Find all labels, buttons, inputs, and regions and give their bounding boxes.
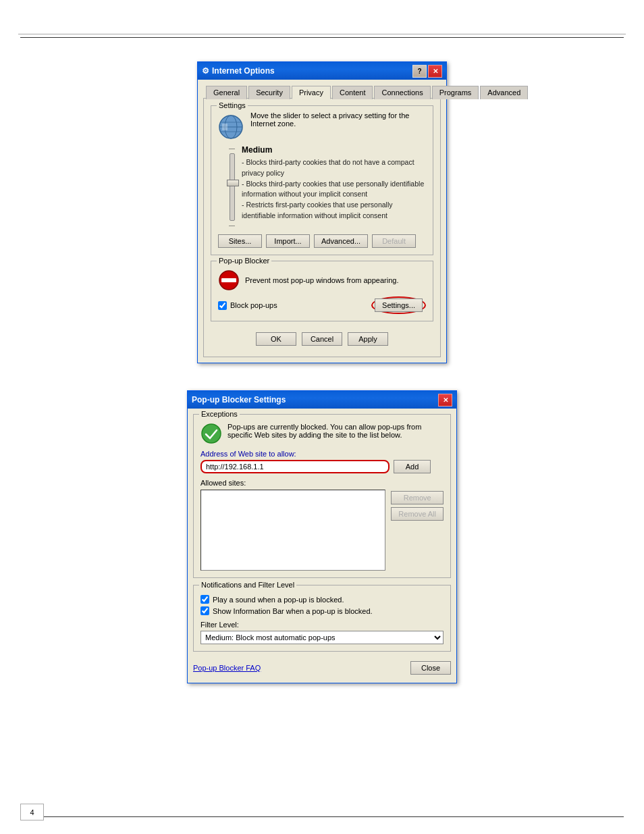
internet-options-body: General Security Privacy Content Connect… [198, 80, 446, 363]
popup-dialog-body: Exceptions Pop-ups are currently blocked… [188, 409, 456, 683]
svg-rect-7 [221, 278, 236, 282]
popup-titlebar-controls: ✕ [438, 394, 452, 407]
add-button[interactable]: Add [394, 460, 431, 473]
play-sound-row: Play a sound when a pop-up is blocked. [200, 595, 444, 604]
tab-advanced[interactable]: Advanced [480, 86, 528, 99]
tab-privacy[interactable]: Privacy [292, 86, 331, 99]
privacy-slider-thumb[interactable] [227, 180, 239, 186]
popup-blocker-group: Pop-up Blocker Prevent most pop-up windo… [211, 261, 433, 321]
sites-action-buttons: Remove Remove All [391, 479, 444, 571]
allowed-sites-listbox[interactable] [200, 490, 385, 571]
address-section: Address of Web site to allow: Add [200, 450, 444, 473]
titlebar-controls: ? ✕ [412, 65, 442, 78]
settings-description: Move the slider to select a privacy sett… [250, 111, 426, 128]
filter-level-select[interactable]: Low: Allow pop-ups from secure sitesMedi… [200, 631, 444, 644]
filter-level-label: Filter Level: [200, 621, 239, 629]
close-dialog-button[interactable]: Close [410, 661, 451, 675]
exceptions-description: Pop-ups are currently blocked. You can a… [227, 423, 444, 439]
show-infobar-checkbox[interactable] [200, 606, 209, 615]
exceptions-group-label: Exceptions [199, 410, 240, 418]
svg-rect-5 [222, 124, 227, 130]
filter-level-section: Filter Level: Low: Allow pop-ups from se… [200, 621, 444, 644]
titlebar-title-group: ⚙ Internet Options [202, 66, 275, 76]
settings-highlight: Settings... [371, 296, 426, 314]
tab-bar: General Security Privacy Content Connect… [203, 85, 441, 99]
popup-dialog-footer: Pop-up Blocker FAQ Close [193, 658, 451, 677]
notifications-content: Play a sound when a pop-up is blocked. S… [200, 595, 444, 644]
popup-blocker-header: Prevent most pop-up windows from appeari… [218, 269, 426, 291]
notifications-group: Notifications and Filter Level Play a so… [193, 585, 451, 652]
tab-programs[interactable]: Programs [432, 86, 479, 99]
popup-bottom-row: Block pop-ups Settings... [218, 296, 426, 314]
privacy-tab-content: Settings [203, 98, 441, 357]
tab-connections[interactable]: Connections [374, 86, 430, 99]
privacy-slider-track[interactable] [230, 153, 235, 221]
tab-security[interactable]: Security [248, 86, 290, 99]
cancel-button[interactable]: Cancel [302, 332, 342, 346]
top-line [20, 37, 624, 38]
import-button[interactable]: Import... [266, 234, 310, 248]
privacy-level-text: Medium - Blocks third-party cookies that… [242, 145, 426, 229]
filter-level-row: Low: Allow pop-ups from secure sitesMedi… [200, 631, 444, 644]
allowed-sites-area: Allowed sites: [200, 479, 385, 571]
tab-content[interactable]: Content [332, 86, 373, 99]
privacy-bullet-3: - Restricts first-party cookies that use… [242, 200, 426, 221]
popup-titlebar: Pop-up Blocker Settings ✕ [188, 391, 456, 409]
show-infobar-label: Show Information Bar when a pop-up is bl… [213, 607, 373, 615]
allowed-sites-label: Allowed sites: [200, 479, 246, 487]
block-popups-checkbox-row: Block pop-ups [218, 301, 277, 310]
faq-link[interactable]: Pop-up Blocker FAQ [193, 664, 261, 672]
block-popups-checkbox[interactable] [218, 301, 227, 310]
settings-content: Move the slider to select a privacy sett… [218, 111, 426, 141]
address-input-row: Add [200, 460, 444, 473]
slider-area: — — Medium - Blocks third-party cookies … [218, 145, 426, 229]
show-infobar-row: Show Information Bar when a pop-up is bl… [200, 606, 444, 615]
dialog-icon: ⚙ [202, 66, 209, 76]
popup-close-button[interactable]: ✕ [438, 394, 452, 407]
privacy-bullet-2: - Blocks third-party cookies that use pe… [242, 179, 426, 201]
tab-general[interactable]: General [206, 86, 247, 99]
no-entry-icon [218, 269, 240, 291]
apply-button[interactable]: Apply [348, 332, 388, 346]
popup-settings-button[interactable]: Settings... [375, 298, 423, 312]
address-label: Address of Web site to allow: [200, 450, 296, 458]
settings-group: Settings [211, 105, 433, 255]
settings-group-label: Settings [217, 101, 248, 109]
notifications-group-label: Notifications and Filter Level [199, 581, 296, 589]
advanced-button[interactable]: Advanced... [314, 234, 368, 248]
popup-description: Prevent most pop-up windows from appeari… [245, 276, 398, 284]
remove-all-button[interactable]: Remove All [391, 507, 444, 521]
sites-button[interactable]: Sites... [218, 234, 262, 248]
dialog-bottom-buttons: OK Cancel Apply [211, 327, 433, 350]
svg-point-8 [202, 424, 221, 443]
internet-options-dialog: ⚙ Internet Options ? ✕ General Security … [197, 61, 447, 363]
popup-titlebar-title-group: Pop-up Blocker Settings [192, 395, 286, 405]
exceptions-header: Pop-ups are currently blocked. You can a… [200, 423, 444, 444]
exceptions-group: Exceptions Pop-ups are currently blocked… [193, 414, 451, 578]
privacy-level-label: Medium [242, 145, 426, 155]
privacy-slider-container: — — [218, 145, 235, 229]
help-button[interactable]: ? [412, 65, 427, 78]
address-input[interactable] [200, 460, 390, 473]
default-button[interactable]: Default [372, 234, 416, 248]
page-number: 4 [20, 804, 44, 820]
play-sound-checkbox[interactable] [200, 595, 209, 604]
remove-button[interactable]: Remove [391, 491, 444, 504]
popup-blocker-group-label: Pop-up Blocker [217, 257, 271, 265]
allowed-icon [200, 423, 222, 444]
globe-icon [218, 114, 245, 141]
close-button[interactable]: ✕ [428, 65, 442, 78]
bottom-line [44, 816, 624, 817]
ok-button[interactable]: OK [256, 332, 296, 346]
allowed-sites-section: Allowed sites: Remove Remove All [200, 479, 444, 571]
settings-text-area: Move the slider to select a privacy sett… [250, 111, 426, 132]
block-popups-label: Block pop-ups [230, 301, 277, 309]
privacy-bullet-1: - Blocks third-party cookies that do not… [242, 157, 426, 179]
page-content: ⚙ Internet Options ? ✕ General Security … [0, 0, 644, 710]
top-divider [18, 34, 626, 34]
play-sound-label: Play a sound when a pop-up is blocked. [213, 596, 344, 604]
internet-options-title: Internet Options [212, 66, 275, 76]
popup-title: Pop-up Blocker Settings [192, 395, 286, 405]
privacy-buttons-row: Sites... Import... Advanced... Default [218, 234, 426, 248]
internet-options-titlebar: ⚙ Internet Options ? ✕ [198, 62, 446, 80]
